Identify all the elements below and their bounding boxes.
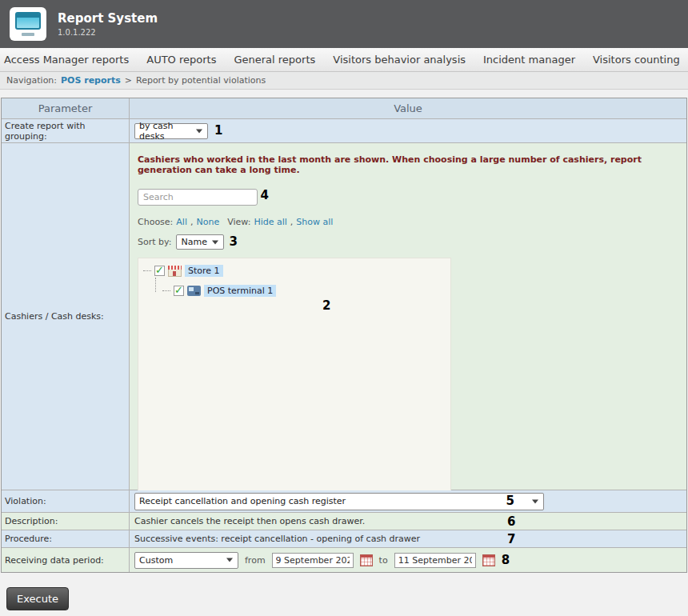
date-from-input[interactable] xyxy=(272,553,354,568)
date-to-input[interactable] xyxy=(394,553,476,568)
menu-auto-reports[interactable]: AUTO reports xyxy=(146,54,216,66)
chevron-down-icon xyxy=(212,240,218,244)
choose-all-link[interactable]: All xyxy=(176,217,187,227)
tree-item-label[interactable]: Store 1 xyxy=(185,265,223,277)
chevron-down-icon xyxy=(532,499,538,503)
cashiers-search-input[interactable] xyxy=(138,189,258,206)
breadcrumb-pos-reports-link[interactable]: POS reports xyxy=(61,75,121,86)
period-row: Receiving data period: Custom from to 8 xyxy=(2,548,686,572)
checkbox-checked-icon[interactable] xyxy=(174,286,184,296)
annotation-3: 3 xyxy=(229,236,237,248)
table-header-row: Parameter Value xyxy=(2,98,686,119)
annotation-1: 1 xyxy=(214,125,222,137)
app-header: Report System 1.0.1.222 xyxy=(0,0,688,48)
calendar-icon[interactable] xyxy=(482,554,495,566)
tree-connector xyxy=(155,278,156,292)
cashiers-row: Cashiers / Cash desks: Cashiers who work… xyxy=(2,143,686,490)
view-label: View: xyxy=(227,217,250,227)
period-preset-select[interactable]: Custom xyxy=(134,552,238,569)
main-menu: Access Manager reports AUTO reports Gene… xyxy=(0,48,688,72)
tree-item-label[interactable]: POS terminal 1 xyxy=(204,285,276,297)
procedure-row: Procedure: Successive events: receipt ca… xyxy=(2,530,686,548)
choose-label: Choose: xyxy=(138,217,173,227)
report-system-logo-icon xyxy=(10,7,46,41)
cashiers-warning-text: Cashiers who worked in the last month ar… xyxy=(138,154,666,175)
cashiers-tree-panel: Store 1 POS terminal 1 2 xyxy=(138,258,451,496)
procedure-label: Procedure: xyxy=(2,530,130,547)
menu-visitors-counting[interactable]: Visitors counting xyxy=(593,54,680,66)
breadcrumb-separator: > xyxy=(125,75,132,86)
menu-visitors-behavior-analysis[interactable]: Visitors behavior analysis xyxy=(333,54,466,66)
description-text: Cashier cancels the receipt then opens c… xyxy=(134,513,686,530)
annotation-6: 6 xyxy=(507,515,515,527)
sort-select[interactable]: Name xyxy=(176,234,224,250)
tree-item-store: Store 1 xyxy=(143,265,450,277)
violation-label: Violation: xyxy=(2,490,130,512)
monitor-icon xyxy=(15,12,41,30)
execute-button[interactable]: Execute xyxy=(6,587,69,610)
sort-by-label: Sort by: xyxy=(138,237,171,247)
app-version: 1.0.1.222 xyxy=(58,28,158,37)
parameters-table: Parameter Value Create report with group… xyxy=(1,98,687,573)
chevron-down-icon xyxy=(226,558,233,562)
sort-select-value: Name xyxy=(181,237,206,247)
tree-item-pos-terminal: POS terminal 1 xyxy=(162,285,450,297)
menu-general-reports[interactable]: General reports xyxy=(234,54,315,66)
grouping-label: Create report with grouping: xyxy=(2,119,130,142)
description-label: Description: xyxy=(2,513,130,530)
tree-connector xyxy=(143,270,151,271)
menu-access-manager-reports[interactable]: Access Manager reports xyxy=(4,54,129,66)
grouping-select[interactable]: by cash desks xyxy=(134,123,208,139)
pos-terminal-icon xyxy=(187,286,201,296)
description-row: Description: Cashier cancels the receipt… xyxy=(2,513,686,530)
annotation-7: 7 xyxy=(507,533,515,545)
comma-separator: , xyxy=(190,217,194,227)
annotation-4: 4 xyxy=(261,190,269,202)
choose-none-link[interactable]: None xyxy=(196,217,219,227)
annotation-2: 2 xyxy=(322,300,330,312)
column-header-parameter: Parameter xyxy=(2,98,130,118)
period-preset-value: Custom xyxy=(139,555,173,566)
period-label: Receiving data period: xyxy=(2,548,130,572)
violation-select[interactable]: Receipt cancellation and opening cash re… xyxy=(134,493,544,510)
store-icon xyxy=(168,266,182,277)
column-header-value: Value xyxy=(130,98,686,118)
violation-select-value: Receipt cancellation and opening cash re… xyxy=(139,496,346,506)
annotation-8: 8 xyxy=(502,554,510,566)
report-system-page: Report System 1.0.1.222 Access Manager r… xyxy=(0,0,688,616)
to-label: to xyxy=(379,555,388,566)
app-title: Report System xyxy=(58,11,158,26)
breadcrumb: Navigation: POS reports > Report by pote… xyxy=(0,72,688,90)
violation-row: Violation: Receipt cancellation and open… xyxy=(2,490,686,513)
breadcrumb-label: Navigation: xyxy=(6,75,57,86)
calendar-icon[interactable] xyxy=(360,554,373,566)
grouping-select-value: by cash desks xyxy=(139,121,193,142)
tree-connector xyxy=(162,290,170,291)
view-show-all-link[interactable]: Show all xyxy=(296,217,333,227)
grouping-row: Create report with grouping: by cash des… xyxy=(2,119,686,143)
breadcrumb-current: Report by potential violations xyxy=(136,75,266,86)
view-hide-all-link[interactable]: Hide all xyxy=(254,217,286,227)
from-label: from xyxy=(245,555,266,566)
cashiers-label: Cashiers / Cash desks: xyxy=(2,143,130,490)
menu-incident-manager[interactable]: Incident manager xyxy=(483,54,575,66)
chevron-down-icon xyxy=(196,129,202,133)
procedure-text: Successive events: receipt cancellation … xyxy=(134,530,686,547)
comma-separator: , xyxy=(290,217,294,227)
checkbox-checked-icon[interactable] xyxy=(154,266,165,276)
annotation-5: 5 xyxy=(506,495,514,507)
